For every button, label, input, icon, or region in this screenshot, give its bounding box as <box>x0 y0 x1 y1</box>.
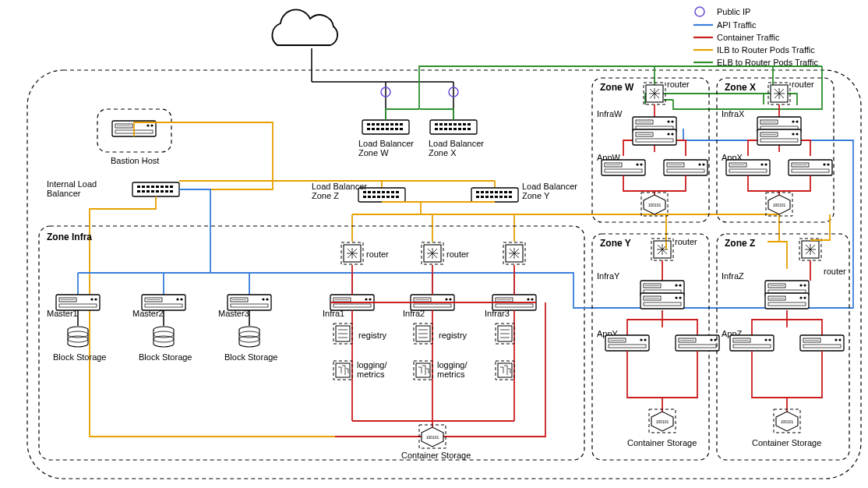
svg-text:Container Storage: Container Storage <box>752 438 821 447</box>
svg-text:router: router <box>824 267 846 276</box>
lb-zone-w-label: Load BalancerZone W <box>358 139 414 157</box>
logging-pod-icon <box>333 361 352 380</box>
master2-icon <box>142 295 185 310</box>
zone-infra-title: Zone Infra <box>47 232 92 242</box>
ilb-label: Internal LoadBalancer <box>47 179 97 198</box>
registry-pod-icon <box>414 324 432 344</box>
block-storage-icon <box>68 327 88 347</box>
logging-label: logging/metrics <box>437 360 468 379</box>
svg-text:InfraY: InfraY <box>597 271 620 281</box>
svg-text:ELB to Router Pods Traffic: ELB to Router Pods Traffic <box>717 58 819 67</box>
zone-w: Zone W router InfraW AppW Container Stor… <box>592 78 709 228</box>
container-storage-label: Container Storage <box>401 451 471 460</box>
master1-icon <box>56 295 100 310</box>
router-pod-icon <box>503 242 525 264</box>
master3-label: Master3 <box>218 309 249 318</box>
svg-point-63 <box>695 7 704 16</box>
svg-text:Container Traffic: Container Traffic <box>717 33 780 42</box>
zone-infra-box <box>39 226 584 460</box>
router-pod-icon <box>422 242 443 264</box>
block-storage-label: Block Storage <box>139 352 192 362</box>
block-storage-label: Block Storage <box>53 352 106 362</box>
container-storage-icon <box>419 425 446 448</box>
master2-label: Master2 <box>132 309 164 318</box>
router-label: router <box>446 249 469 259</box>
svg-text:Zone X: Zone X <box>725 82 756 93</box>
logging-label: logging/metrics <box>357 360 387 379</box>
master1-label: Master1 <box>47 309 78 318</box>
svg-text:Zone Z: Zone Z <box>725 238 755 249</box>
registry-pod-icon <box>496 324 514 344</box>
logging-pod-icon <box>496 361 514 380</box>
lb-zone-w-icon <box>362 120 409 134</box>
svg-text:router: router <box>667 80 690 89</box>
svg-text:ILB to Router Pods Traffic: ILB to Router Pods Traffic <box>717 45 815 55</box>
lb-zone-x-label: Load BalancerZone X <box>429 139 484 157</box>
infra3-label: Infrar3 <box>485 309 510 318</box>
master3-icon <box>228 295 271 310</box>
svg-text:Zone W: Zone W <box>600 82 634 93</box>
zone-y: Zone Y router InfraY AppY Container Stor… <box>592 234 719 460</box>
svg-text:API Traffic: API Traffic <box>717 20 757 30</box>
registry-label: registry <box>439 331 468 340</box>
infra1-label: Infra1 <box>323 309 344 318</box>
router-pod-icon <box>341 242 363 264</box>
svg-text:router: router <box>792 80 814 89</box>
zone-x: Zone X router InfraX AppX <box>717 78 834 222</box>
block-storage-icon <box>153 327 174 347</box>
registry-label: registry <box>358 331 387 340</box>
svg-text:Container Storage: Container Storage <box>627 438 697 447</box>
svg-text:router: router <box>675 237 697 246</box>
lb-zone-x-icon <box>430 120 477 134</box>
zone-z: Zone Z router InfraZ AppZ Container Stor… <box>717 234 849 460</box>
architecture-diagram: 100101 Load BalancerZone W Load Balancer… <box>0 0 868 488</box>
bastion-label: Bastion Host <box>111 156 159 165</box>
lb-zone-y-label: Load BalancerZone Y <box>522 182 577 200</box>
logging-pod-icon <box>414 361 432 380</box>
svg-text:Public IP: Public IP <box>717 7 750 16</box>
legend: Public IP API Traffic Container Traffic … <box>693 7 819 67</box>
svg-text:InfraX: InfraX <box>722 109 745 118</box>
router-label: router <box>366 249 389 259</box>
svg-text:Zone Y: Zone Y <box>600 238 631 249</box>
cloud-icon <box>272 9 337 45</box>
svg-text:InfraW: InfraW <box>597 109 623 118</box>
svg-text:InfraZ: InfraZ <box>722 271 744 281</box>
block-storage-icon <box>239 327 259 347</box>
ilb-icon <box>132 182 179 196</box>
lb-zone-y-icon <box>471 188 518 202</box>
registry-pod-icon <box>333 324 352 344</box>
block-storage-label: Block Storage <box>224 352 277 362</box>
infra2-label: Infra2 <box>403 309 425 318</box>
